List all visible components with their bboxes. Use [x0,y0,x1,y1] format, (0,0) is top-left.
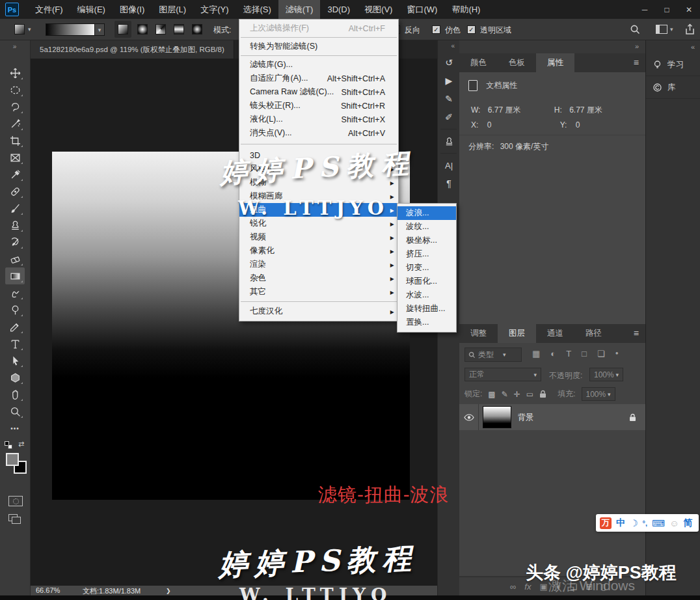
zoom-tool[interactable] [5,403,25,420]
menu-item-vanishing-point[interactable]: 消失点(V)... Alt+Ctrl+V [239,126,398,140]
layer-row-background[interactable]: 背景 [459,404,645,430]
ime-tone-icon[interactable]: °, [643,519,647,527]
layer-thumbnail[interactable] [483,406,511,428]
edit-toolbar-ellipsis-icon[interactable]: ••• [5,420,25,437]
status-chevron-icon[interactable]: ❯ [166,588,171,594]
ime-keyboard-icon[interactable]: ⌨ [652,518,665,528]
close-button[interactable]: ✕ [678,0,700,19]
type-tool[interactable] [5,335,25,352]
tool-preset-thumbnail[interactable] [14,24,25,34]
history-panel-icon[interactable]: ↺ [438,53,460,72]
search-icon[interactable] [630,24,640,34]
clone-source-panel-icon[interactable] [438,132,460,150]
menu-item-camera-raw[interactable]: Camera Raw 滤镜(C)... Shift+Ctrl+A [239,85,398,99]
lock-paint-icon[interactable]: ✎ [502,390,508,399]
panel-menu-icon[interactable]: ≡ [634,328,639,338]
clone-stamp-tool[interactable] [5,217,25,234]
hand-tool[interactable] [5,386,25,403]
filter-pin-icon[interactable]: ● [615,350,619,359]
lock-move-icon[interactable]: ✛ [514,390,520,399]
brush-settings-panel-icon[interactable]: ✎ [438,90,460,108]
menu-item-smart-filters[interactable]: 转换为智能滤镜(S) [239,40,398,53]
reverse-label[interactable]: 反向 [405,25,420,36]
healing-brush-tool[interactable] [5,183,25,200]
maximize-button[interactable]: □ [656,0,678,19]
menu-item-liquify[interactable]: 液化(L)... Shift+Ctrl+X [239,113,398,126]
libraries-panel-button[interactable]: 库 [646,76,700,99]
ime-language-toggle[interactable]: 中 [616,517,625,529]
filter-smart-objects-icon[interactable]: ❏ [597,349,605,359]
layer-visibility-toggle[interactable] [459,404,479,430]
lock-all-icon[interactable] [539,390,546,398]
character-panel-icon[interactable]: A| [438,156,460,174]
document-tab[interactable]: 5a1282180e6a9.psd @ 119% (版权禁止叠加图, RGB/8… [31,40,234,59]
layer-filter-select[interactable]: 类型 ▾ [464,348,522,362]
tab-layers[interactable]: 图层 [498,324,536,343]
dither-label[interactable]: 仿色 [445,25,461,36]
toolbar-collapse-icon[interactable]: » [0,40,30,50]
swap-colors-icon[interactable]: ⇄ [18,440,24,448]
submenu-item-ripple[interactable]: 波纹... [397,220,456,234]
filter-type-layers-icon[interactable]: T [566,349,571,359]
dither-checkbox[interactable]: ✓ [432,25,440,34]
dock-collapse-icon[interactable]: « [646,40,700,53]
zoom-level[interactable]: 66.67% [36,586,60,594]
tab-color[interactable]: 颜色 [459,53,498,72]
submenu-item-zigzag[interactable]: 水波... [397,288,456,302]
path-selection-tool[interactable] [5,352,25,369]
layer-name[interactable]: 背景 [518,412,533,423]
screen-mode-button[interactable] [8,514,21,525]
marquee-tool[interactable] [5,81,25,98]
panel-menu-icon[interactable]: ≡ [634,57,639,68]
menu-window[interactable]: 窗口(W) [399,0,444,19]
workspace-icon[interactable] [656,25,667,34]
smudge-tool[interactable] [5,284,25,301]
pen-tool[interactable] [5,318,25,335]
menu-3d[interactable]: 3D(D) [320,0,357,19]
menu-file[interactable]: 文件(F) [28,0,70,19]
foreground-color-swatch[interactable] [6,453,19,466]
minimize-button[interactable]: ─ [634,0,656,19]
crop-tool[interactable] [5,132,25,149]
menu-select[interactable]: 选择(S) [236,0,278,19]
frame-tool[interactable] [5,149,25,166]
menu-filter[interactable]: 滤镜(T) [278,0,321,19]
menu-item-video[interactable]: 视频 ▶ [239,230,398,244]
transparency-label[interactable]: 透明区域 [480,25,511,36]
brush-tool[interactable] [5,200,25,217]
history-brush-tool[interactable] [5,234,25,251]
gradient-tool[interactable] [5,267,25,284]
menu-item-noise[interactable]: 杂色 ▶ [239,271,398,285]
tab-paths[interactable]: 路径 [574,324,613,343]
menu-edit[interactable]: 编辑(E) [70,0,113,19]
gradient-preview[interactable] [46,23,95,36]
link-layers-icon[interactable]: ∞ [510,582,516,592]
ime-user-icon[interactable]: ☺ [669,518,679,528]
lock-artboard-icon[interactable]: ▭ [526,390,533,399]
tab-channels[interactable]: 通道 [536,324,574,343]
ime-brand-icon[interactable]: 万 [600,517,612,529]
actions-panel-icon[interactable]: ▶ [438,72,460,90]
tool-preset-chevron-icon[interactable]: ▾ [28,26,31,33]
tab-swatches[interactable]: 色板 [498,53,536,72]
submenu-item-wave[interactable]: 波浪... [397,206,456,220]
submenu-item-twirl[interactable]: 旋转扭曲... [397,302,456,316]
submenu-item-displace[interactable]: 置换... [397,316,456,329]
tab-adjustments[interactable]: 调整 [459,324,498,343]
panel-collapse-icon[interactable]: » [635,42,639,50]
paragraph-panel-icon[interactable]: ¶ [438,174,460,193]
share-icon[interactable] [684,23,695,35]
menu-type[interactable]: 文字(Y) [193,0,236,19]
tab-properties[interactable]: 属性 [536,53,574,72]
filter-shape-layers-icon[interactable]: □ [582,349,587,359]
move-tool[interactable] [5,64,25,81]
dock-collapse-icon[interactable]: « [438,40,459,49]
gradient-picker-chevron[interactable]: ▾ [95,23,105,36]
quick-mask-button[interactable] [8,496,23,506]
radial-gradient-button[interactable] [134,21,151,38]
angle-gradient-button[interactable] [152,21,169,38]
diamond-gradient-button[interactable] [189,21,206,38]
menu-item-adaptive-wide-angle[interactable]: 自适应广角(A)... Alt+Shift+Ctrl+A [239,72,398,85]
menu-help[interactable]: 帮助(H) [444,0,487,19]
menu-view[interactable]: 视图(V) [357,0,399,19]
